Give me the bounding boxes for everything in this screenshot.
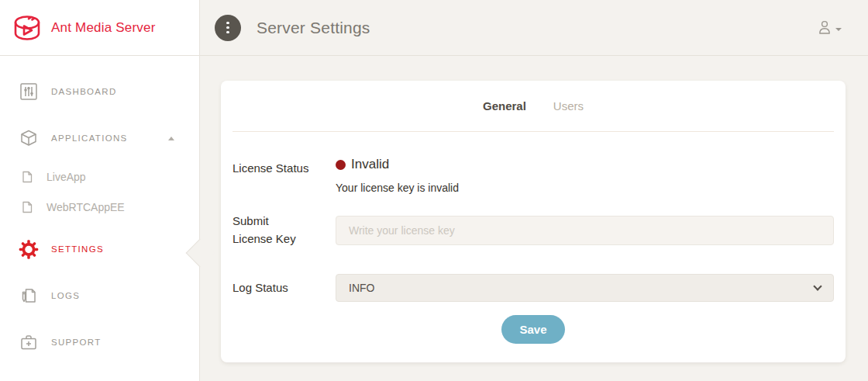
- main-area: Server Settings General Users Lice: [200, 0, 868, 381]
- gear-icon: [19, 239, 39, 260]
- sidebar-item-support[interactable]: SUPPORT: [0, 319, 199, 365]
- license-status-description: Your license key is invalid: [336, 182, 834, 194]
- collapse-caret-icon: [168, 137, 174, 140]
- license-status-label: License Status: [232, 157, 336, 178]
- content-area: General Users License Status Invalid You…: [200, 56, 868, 381]
- sliders-icon: [19, 83, 39, 100]
- tab-bar: General Users: [232, 81, 834, 132]
- user-menu-button[interactable]: [817, 19, 842, 36]
- sidebar: Ant Media Server DASHBOARD: [0, 0, 200, 381]
- brand-name: Ant Media Server: [51, 20, 156, 36]
- sidebar-subitem-label: WebRTCAppEE: [46, 201, 125, 213]
- menu-button[interactable]: [215, 15, 241, 41]
- brand[interactable]: Ant Media Server: [0, 0, 199, 56]
- app-window: Ant Media Server DASHBOARD: [0, 0, 868, 381]
- sidebar-item-label: APPLICATIONS: [51, 133, 127, 143]
- vertical-ellipsis-icon: [226, 22, 229, 25]
- tab-users[interactable]: Users: [553, 99, 584, 113]
- sidebar-subitem-webrtcappee[interactable]: WebRTCAppEE: [0, 192, 199, 222]
- sidebar-item-dashboard[interactable]: DASHBOARD: [0, 68, 199, 115]
- tab-general[interactable]: General: [483, 99, 526, 113]
- sidebar-item-applications[interactable]: APPLICATIONS: [0, 115, 199, 161]
- log-status-row: Log Status INFO: [232, 274, 834, 302]
- sidebar-item-label: SUPPORT: [51, 338, 101, 347]
- submit-license-row: Submit License Key: [232, 213, 834, 248]
- page-title: Server Settings: [257, 19, 370, 37]
- save-button[interactable]: Save: [501, 315, 564, 344]
- submit-license-label: Submit License Key: [232, 213, 336, 248]
- person-icon: [817, 19, 832, 36]
- sidebar-nav: DASHBOARD APPLICATIONS: [0, 56, 199, 365]
- package-icon: [19, 129, 39, 147]
- sidebar-item-logs[interactable]: LOGS: [0, 272, 199, 319]
- log-status-select[interactable]: INFO: [336, 274, 834, 302]
- first-aid-icon: [19, 334, 39, 351]
- sidebar-item-settings[interactable]: SETTINGS: [0, 226, 199, 272]
- license-key-input[interactable]: [336, 216, 834, 245]
- invalid-status-dot: [336, 160, 346, 170]
- settings-card: General Users License Status Invalid You…: [221, 81, 846, 362]
- sidebar-subitem-liveapp[interactable]: LiveApp: [0, 161, 199, 192]
- file-icon: [21, 201, 33, 213]
- sidebar-item-label: DASHBOARD: [51, 87, 117, 96]
- log-status-label: Log Status: [232, 279, 336, 297]
- sidebar-item-label: SETTINGS: [51, 244, 104, 254]
- license-status-value: Invalid: [351, 157, 389, 172]
- license-status-row: License Status Invalid Your license key …: [232, 157, 834, 194]
- topbar: Server Settings: [200, 0, 868, 56]
- file-icon: [21, 171, 33, 183]
- sidebar-item-label: LOGS: [51, 291, 80, 300]
- sidebar-subitem-label: LiveApp: [46, 171, 86, 183]
- chevron-down-icon: [835, 28, 842, 31]
- log-file-icon: [19, 287, 39, 304]
- ant-media-logo-icon: [10, 12, 44, 43]
